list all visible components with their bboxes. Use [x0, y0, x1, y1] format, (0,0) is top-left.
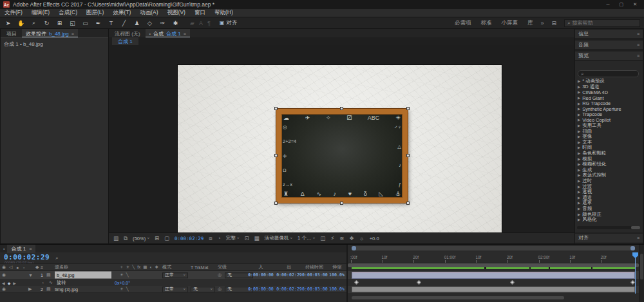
timeline-search-icon[interactable]: ⌕ [55, 255, 58, 261]
menu-item[interactable]: 图层(L) [86, 9, 104, 17]
pixel-aspect-icon[interactable]: ◫ [320, 235, 325, 241]
pen-tool-icon[interactable]: ✒ [94, 20, 102, 26]
workspace-overflow-button[interactable]: » [540, 20, 544, 26]
tab-flowchart[interactable]: 流程图 (无) [111, 29, 144, 37]
expand-arrow-icon[interactable]: ▶ [578, 124, 580, 127]
source-name-column-header[interactable]: 源名称 [55, 264, 68, 270]
expand-arrow-icon[interactable]: ▶ [578, 185, 580, 189]
expand-arrow-icon[interactable]: ▶ [578, 79, 580, 83]
menu-item[interactable]: 文件(F) [5, 9, 23, 17]
grid-options-icon[interactable]: ⊞ [155, 235, 159, 241]
puppet-pin-tool-icon[interactable]: ✱ [171, 20, 180, 26]
out-value[interactable]: 0:00:02:29 [276, 272, 302, 278]
show-channel-icon[interactable]: ◔ [218, 235, 221, 241]
duration-value[interactable]: 0:00:03:00 [302, 272, 327, 278]
selection-handle[interactable] [406, 202, 410, 205]
selection-handle[interactable] [274, 154, 278, 157]
layer-row-2[interactable]: ◉ ▶ 2 ▤ timg (3).jpg ☀ ╲ 正常˅ 无˅ ◎ 无˅ 0:0… [0, 286, 346, 293]
screen-icon[interactable]: ⧉ [124, 235, 128, 242]
effect-category[interactable]: ▶ Red Giant [575, 95, 643, 101]
viewer-canvas[interactable]: ☁✈✧⚂ABC☀ ♂♀△♪ƒ ♜Δ∿♪♥δ◺⚓ ◎2+2=4✛Ωz→x [109, 45, 574, 232]
tab-project[interactable]: 项目 [3, 29, 21, 37]
selection-handle[interactable] [274, 202, 278, 205]
out-value[interactable]: 0:00:02:29 [276, 287, 302, 292]
time-navigator[interactable] [352, 246, 635, 250]
timeline-vertical-scrollbar[interactable] [639, 245, 644, 302]
panel-menu-icon[interactable]: ≡ [637, 53, 639, 58]
workspace-tab[interactable]: 必需项 [455, 19, 471, 27]
lock-column-icon[interactable]: ▫ [23, 265, 24, 270]
mask-visibility-icon[interactable]: ▢ [164, 235, 169, 241]
eye-column-icon[interactable]: ◉ [2, 265, 6, 270]
fast-preview-icon[interactable]: ⚡ [330, 235, 334, 241]
expand-arrow-icon[interactable]: ▶ [578, 190, 580, 194]
out-column-header[interactable]: 出 [276, 264, 302, 270]
effect-category[interactable]: ▶ Trapcode [575, 112, 643, 118]
preview-panel-header[interactable]: 预览 ≡ [575, 52, 643, 60]
expand-arrow-icon[interactable]: ▶ [578, 96, 580, 100]
quality-icon[interactable]: ╲ [132, 265, 135, 270]
collapse-icon[interactable]: ☀ [126, 265, 129, 270]
add-keyframe-icon[interactable]: ◆ [8, 280, 11, 285]
clone-stamp-tool-icon[interactable]: ♟ [133, 20, 141, 26]
expand-arrow-icon[interactable]: ▶ [578, 168, 580, 172]
expand-arrow-icon[interactable]: ▶ [578, 140, 580, 144]
resolution-select[interactable]: 完整 ˅ [226, 235, 240, 241]
duration-column-header[interactable]: 持续时间 [302, 264, 327, 270]
mode-column-header[interactable]: 模式 [162, 264, 188, 270]
chalkboard-layer[interactable]: ☁✈✧⚂ABC☀ ♂♀△♪ƒ ♜Δ∿♪♥δ◺⚓ ◎2+2=4✛Ωz→x [276, 109, 408, 203]
expand-arrow-icon[interactable]: ▶ [578, 146, 580, 149]
adjustment-layer-icon[interactable]: ◐ [149, 265, 152, 270]
expand-arrow-icon[interactable]: ▶ [578, 135, 580, 138]
tab-composition[interactable]: • 合成 合成 1 ≡ [146, 29, 190, 37]
align-panel-header[interactable]: 对齐 ≡ [575, 234, 643, 242]
menu-item[interactable]: 效果(T) [113, 9, 131, 17]
exposure-value[interactable]: +0.0 [370, 236, 379, 241]
selection-handle[interactable] [274, 107, 278, 110]
minimize-button[interactable]: ─ [607, 2, 610, 7]
selection-handle[interactable] [340, 202, 343, 205]
exposure-icon[interactable]: ☼ [359, 235, 365, 241]
snapshot-icon[interactable]: ⧈ [209, 235, 212, 242]
panel-menu-icon[interactable]: ≡ [637, 32, 639, 36]
timeline-tab-comp1[interactable]: 合成 1 ≡ [7, 245, 35, 253]
visibility-toggle[interactable]: ◉ [2, 272, 6, 278]
expand-arrow-icon[interactable]: ▶ [578, 201, 580, 205]
pickwhip-icon[interactable]: ◎ [218, 272, 222, 277]
info-panel-header[interactable]: 信息 ≡ [575, 30, 643, 38]
workspace-tab[interactable]: 小屏幕 [501, 19, 518, 27]
expander-closed-icon[interactable]: ▶ [28, 287, 32, 292]
panel-menu-icon[interactable]: ≡ [29, 247, 32, 251]
selection-handle[interactable] [406, 154, 410, 157]
effect-category[interactable]: ▶ CINEMA 4D [575, 90, 643, 95]
snap-toggle[interactable]: ▣ 对齐 [220, 19, 238, 27]
camera-track-tool-icon[interactable]: ⊞ [55, 20, 64, 26]
solo-column-icon[interactable]: ● [16, 265, 19, 270]
in-column-header[interactable]: 入 [247, 264, 275, 270]
camera-select[interactable]: 活动摄像机 ˅ [265, 235, 292, 241]
expand-arrow-icon[interactable]: ▶ [578, 118, 580, 122]
expand-arrow-icon[interactable]: ▶ [578, 90, 580, 94]
expand-arrow-icon[interactable]: ▶ [578, 129, 580, 133]
layer-name[interactable]: b_48.jpg [55, 272, 111, 279]
effect-category[interactable]: ▶ 3D 通道 [575, 84, 643, 90]
fx-icon[interactable]: fx [137, 265, 140, 270]
3d-layer-icon[interactable]: ❖ [155, 265, 158, 270]
quality-icon[interactable]: ╲ [126, 287, 129, 292]
duration-value[interactable]: 0:00:03:00 [302, 287, 327, 292]
property-label[interactable]: 旋转 [57, 279, 66, 286]
in-value[interactable]: 0:00:00:00 [247, 272, 275, 278]
selection-handle[interactable] [340, 107, 343, 110]
magnification-select[interactable]: (50%) ˅ [133, 236, 149, 241]
rotation-value[interactable]: 0x+0.0° [115, 280, 130, 285]
composition-flow-icon[interactable]: ❖ [349, 235, 354, 241]
expand-arrow-icon[interactable]: ▶ [578, 85, 580, 89]
stretch-column-header[interactable]: 伸缩 [328, 264, 346, 270]
rectangle-tool-icon[interactable]: ▭ [81, 20, 90, 26]
expander-open-icon[interactable]: ▼ [28, 273, 33, 278]
transparency-grid-icon[interactable]: ▦ [254, 235, 260, 241]
collapse-icon[interactable]: ☀ [120, 272, 124, 278]
expand-arrow-icon[interactable]: ▶ [578, 173, 580, 177]
brush-tool-icon[interactable]: ╱ [120, 20, 128, 26]
stopwatch-icon[interactable]: ◔ [41, 280, 44, 285]
